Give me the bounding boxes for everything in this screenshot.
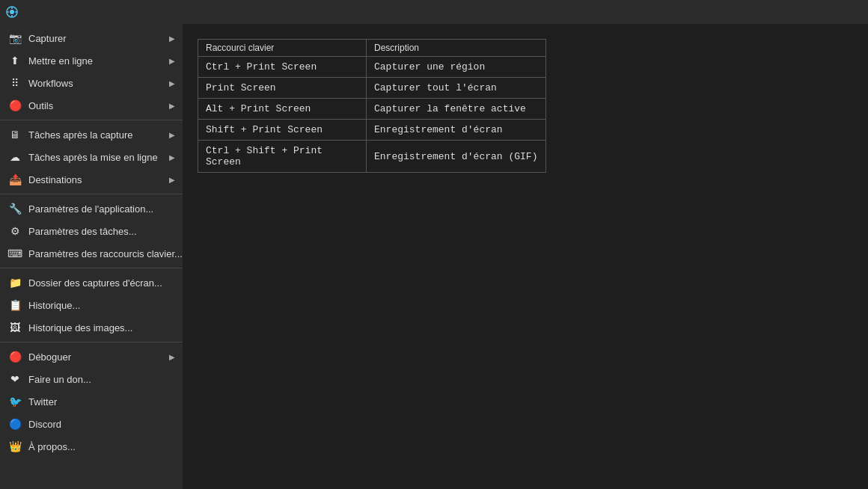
shortcut-description: Capturer une région	[367, 57, 546, 78]
main-menu: 📷Capturer▶⬆Mettre en ligne▶⠿Workflows▶🔴O…	[0, 24, 183, 489]
submenu-arrow-icon: ▶	[169, 102, 175, 110]
debug-icon: 🔴	[7, 349, 22, 364]
shortcut-row: Print ScreenCapturer tout l'écran	[198, 78, 546, 99]
menu-item-history[interactable]: 📋Historique...	[0, 294, 183, 316]
menu-item-workflows[interactable]: ⠿Workflows▶	[0, 72, 183, 94]
menu-item-hotkey-settings[interactable]: ⌨Paramètres des raccourcis clavier...	[0, 242, 183, 265]
shortcut-key: Ctrl + Print Screen	[198, 57, 367, 78]
shortcut-row: Ctrl + Shift + Print ScreenEnregistremen…	[198, 141, 546, 173]
menu-separator	[0, 194, 183, 194]
about-icon: 👑	[7, 439, 22, 454]
menu-item-label: Dossier des captures d'écran...	[28, 277, 162, 289]
menu-item-label: Tâches après la mise en ligne	[28, 152, 158, 163]
submenu-arrow-icon: ▶	[169, 131, 175, 139]
menu-item-label: Capturer	[28, 33, 67, 44]
menu-item-about[interactable]: 👑À propos...	[0, 435, 183, 458]
menu-separator	[0, 342, 183, 342]
menu-item-capture[interactable]: 📷Capturer▶	[0, 27, 183, 49]
menu-item-upload[interactable]: ⬆Mettre en ligne▶	[0, 49, 183, 72]
maximize-button[interactable]	[793, 0, 828, 24]
submenu-arrow-icon: ▶	[169, 176, 175, 184]
menu-item-label: Tâches après la capture	[28, 129, 132, 141]
twitter-icon: 🐦	[7, 394, 22, 409]
menu-item-label: Destinations	[28, 174, 82, 185]
submenu-arrow-icon: ▶	[169, 79, 175, 87]
submenu-arrow-icon: ▶	[169, 353, 175, 361]
shortcut-description: Enregistrement d'écran (GIF)	[367, 141, 546, 173]
close-button[interactable]	[828, 0, 862, 24]
shortcut-key: Ctrl + Shift + Print Screen	[198, 141, 367, 173]
menu-item-label: Historique...	[28, 300, 80, 311]
menu-item-label: Historique des images...	[28, 322, 132, 333]
menu-item-label: Twitter	[28, 396, 57, 408]
shortcuts-table: Raccourci clavierDescriptionCtrl + Print…	[198, 39, 546, 173]
svg-point-1	[10, 10, 14, 14]
shortcut-row: Alt + Print ScreenCapturer la fenêtre ac…	[198, 99, 546, 120]
shortcut-row: Ctrl + Print ScreenCapturer une région	[198, 57, 546, 78]
menu-item-label: Faire un don...	[28, 374, 91, 385]
hotkey-settings-icon: ⌨	[7, 246, 22, 261]
menu-item-label: Workflows	[28, 78, 73, 89]
task-settings-icon: ⚙	[7, 224, 22, 239]
titlebar-left	[6, 6, 24, 18]
shortcut-description: Enregistrement d'écran	[367, 120, 546, 141]
shortcut-description: Capturer la fenêtre active	[367, 99, 546, 120]
menu-separator	[0, 268, 183, 268]
main-area: 📷Capturer▶⬆Mettre en ligne▶⠿Workflows▶🔴O…	[0, 24, 868, 489]
workflows-icon: ⠿	[7, 76, 22, 90]
donate-icon: ❤	[7, 372, 22, 387]
menu-item-image-history[interactable]: 🖼Historique des images...	[0, 316, 183, 339]
destinations-icon: 📤	[7, 172, 22, 187]
app-settings-icon: 🔧	[7, 201, 22, 216]
menu-item-discord[interactable]: 🔵Discord	[0, 413, 183, 435]
menu-item-label: Paramètres des raccourcis clavier...	[28, 248, 183, 259]
menu-item-twitter[interactable]: 🐦Twitter	[0, 390, 183, 413]
app-logo	[6, 6, 18, 18]
menu-item-donate[interactable]: ❤Faire un don...	[0, 368, 183, 390]
titlebar	[0, 0, 868, 24]
menu-item-label: Mettre en ligne	[28, 55, 93, 67]
menu-item-destinations[interactable]: 📤Destinations▶	[0, 168, 183, 191]
tools-icon: 🔴	[7, 98, 22, 113]
shortcut-key: Print Screen	[198, 78, 367, 99]
menu-item-label: Discord	[28, 419, 61, 430]
content-area: Raccourci clavierDescriptionCtrl + Print…	[183, 24, 868, 489]
menu-item-tools[interactable]: 🔴Outils▶	[0, 94, 183, 117]
shortcut-description: Capturer tout l'écran	[367, 78, 546, 99]
menu-item-after-capture[interactable]: 🖥Tâches après la capture▶	[0, 123, 183, 146]
menu-item-label: Outils	[28, 100, 53, 111]
minimize-button[interactable]	[759, 0, 793, 24]
shortcut-key: Shift + Print Screen	[198, 120, 367, 141]
window-controls	[759, 0, 862, 24]
after-upload-icon: ☁	[7, 150, 22, 164]
submenu-arrow-icon: ▶	[169, 153, 175, 162]
menu-item-label: Paramètres des tâches...	[28, 226, 137, 237]
description-column-header: Description	[367, 40, 546, 57]
capture-icon: 📷	[7, 31, 22, 46]
menu-item-label: Paramètres de l'application...	[28, 203, 153, 215]
menu-item-label: Déboguer	[28, 351, 71, 363]
submenu-arrow-icon: ▶	[169, 57, 175, 65]
menu-item-label: À propos...	[28, 441, 76, 452]
upload-icon: ⬆	[7, 53, 22, 68]
menu-separator	[0, 120, 183, 120]
menu-item-after-upload[interactable]: ☁Tâches après la mise en ligne▶	[0, 146, 183, 168]
after-capture-icon: 🖥	[7, 127, 22, 142]
menu-item-screenshots-folder[interactable]: 📁Dossier des captures d'écran...	[0, 271, 183, 294]
discord-icon: 🔵	[7, 416, 22, 431]
shortcut-row: Shift + Print ScreenEnregistrement d'écr…	[198, 120, 546, 141]
menu-item-task-settings[interactable]: ⚙Paramètres des tâches...	[0, 220, 183, 242]
submenu-arrow-icon: ▶	[169, 34, 175, 43]
shortcut-key: Alt + Print Screen	[198, 99, 367, 120]
history-icon: 📋	[7, 298, 22, 313]
menu-item-app-settings[interactable]: 🔧Paramètres de l'application...	[0, 197, 183, 220]
shortcut-column-header: Raccourci clavier	[198, 40, 367, 57]
menu-item-debug[interactable]: 🔴Déboguer▶	[0, 345, 183, 368]
screenshots-folder-icon: 📁	[7, 275, 22, 290]
image-history-icon: 🖼	[7, 320, 22, 335]
